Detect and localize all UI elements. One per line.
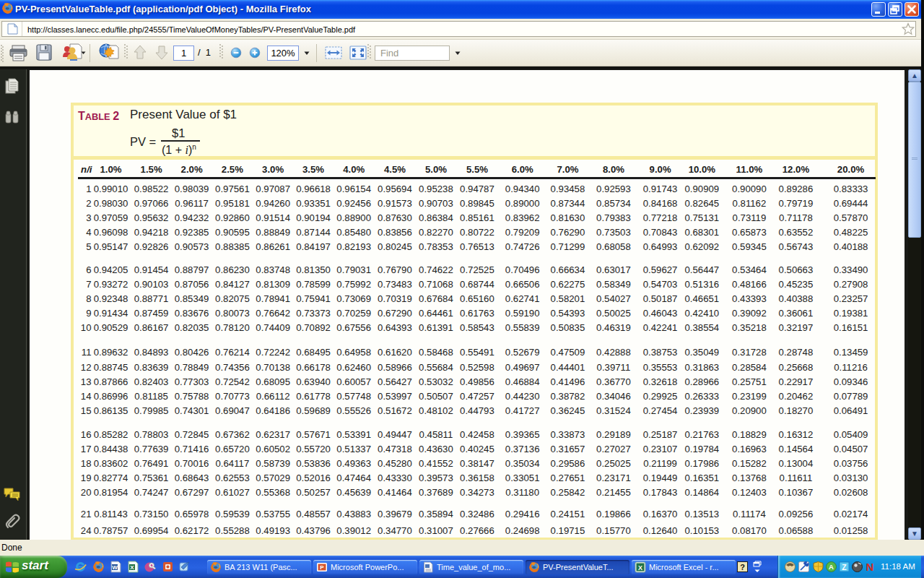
- svg-text:?: ?: [740, 563, 745, 571]
- svg-text:P: P: [320, 564, 324, 571]
- svg-text:X: X: [130, 564, 134, 571]
- svg-text:N: N: [866, 561, 874, 572]
- svg-text:X: X: [638, 564, 642, 571]
- svg-text:W: W: [112, 564, 118, 571]
- svg-text:A: A: [829, 563, 834, 571]
- svg-text:Z: Z: [842, 563, 847, 571]
